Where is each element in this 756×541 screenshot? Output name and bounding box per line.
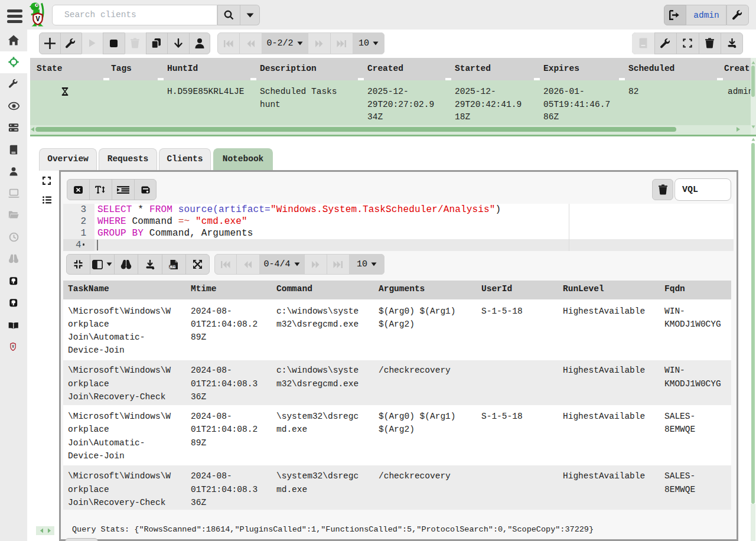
svg-text:V: V xyxy=(35,15,40,24)
svg-text:V: V xyxy=(12,345,15,350)
svg-text:CSV: CSV xyxy=(170,265,176,268)
